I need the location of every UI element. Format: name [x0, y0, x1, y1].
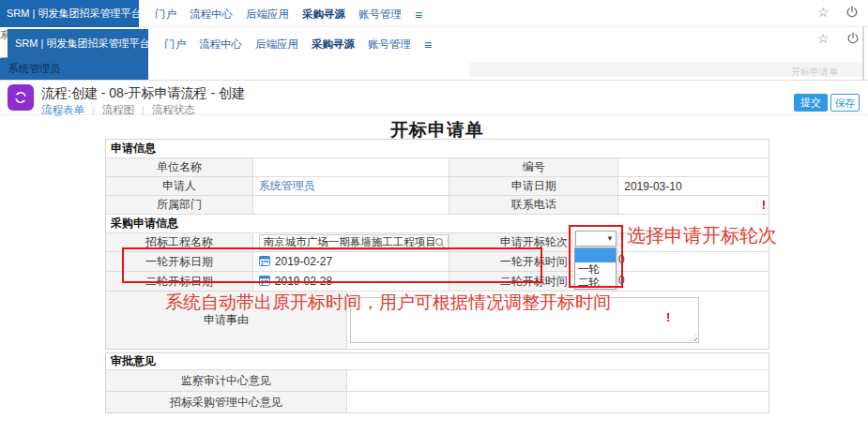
applicant-value[interactable]: 系统管理员	[253, 177, 450, 195]
unit-name-value[interactable]	[253, 158, 450, 176]
phone-label: 联系电话	[449, 196, 618, 214]
approval-table: 审批意见 监察审计中心意见 招标采购管理中心意见	[105, 352, 769, 413]
project-name-label: 招标工程名称	[106, 233, 253, 251]
submit-button[interactable]: 提交	[794, 94, 828, 112]
app-brand-back: SRM | 明发集团招采管理平台	[0, 0, 139, 27]
top-nav-back: 门户 流程中心 后端应用 采购寻源 账号管理 ≡	[155, 7, 422, 22]
faded-background-text: 开标申请单	[791, 66, 838, 79]
project-name-input[interactable]: 南京城市广场一期幕墙施工工程项目	[259, 234, 449, 250]
calendar-icon[interactable]	[259, 255, 270, 269]
annotation-auto-time: 系统自动带出原开标时间，用户可根据情况调整开标时间	[165, 291, 611, 315]
nav-portal[interactable]: 门户	[155, 7, 176, 22]
table-row: 招标采购管理中心意见	[106, 392, 769, 412]
nav-procurement-sourcing[interactable]: 采购寻源	[312, 37, 355, 52]
dropdown-option-blank[interactable]	[575, 248, 616, 262]
dialog-header-divider	[0, 114, 868, 115]
hamburger-menu-icon[interactable]: ≡	[424, 39, 432, 51]
audit-center-value	[347, 370, 769, 391]
table-row: 一轮开标日期 2019-02-27 一轮开标时间	[106, 252, 769, 272]
bid-mgmt-center-label: 招标采购管理中心意见	[106, 392, 347, 412]
save-button[interactable]: 保存	[830, 94, 860, 112]
required-mark: !	[762, 198, 766, 212]
unit-name-label: 单位名称	[106, 158, 253, 176]
apply-date-label: 申请日期	[449, 177, 618, 195]
process-dialog: 流程:创建 - 08-开标申请流程 - 创建 流程表单 | 流程图 | 流程状态…	[0, 80, 868, 434]
section-apply-info: 申请信息	[106, 140, 769, 158]
project-name-cell: 南京城市广场一期幕墙施工工程项目	[253, 233, 450, 251]
round2-date-cell[interactable]: 2019-02-28	[253, 272, 450, 291]
number-label: 编号	[449, 158, 618, 176]
top-nav-front: 门户 流程中心 后端应用 采购寻源 账号管理 ≡	[164, 37, 432, 52]
audit-center-label: 监察审计中心意见	[106, 370, 347, 391]
department-label: 所属部门	[106, 196, 253, 214]
dialog-title: 流程:创建 - 08-开标申请流程 - 创建	[41, 85, 245, 102]
nav-account-management[interactable]: 账号管理	[368, 37, 411, 52]
applicant-label: 申请人	[106, 177, 253, 195]
bid-mgmt-center-value	[347, 392, 769, 412]
logout-power-icon[interactable]	[846, 32, 860, 49]
round2-time-cell[interactable]	[618, 272, 769, 291]
round1-time-cell[interactable]	[618, 252, 769, 271]
table-row: 二轮开标日期 2019-02-28 二轮开标时间	[106, 272, 769, 292]
search-icon[interactable]	[434, 237, 446, 250]
phone-value[interactable]: !	[618, 196, 769, 214]
number-value[interactable]	[618, 158, 769, 176]
round2-time-visible-fragment: 0	[618, 274, 625, 287]
resize-handle[interactable]	[690, 334, 697, 341]
hamburger-menu-icon[interactable]: ≡	[415, 9, 422, 21]
table-row: 申请人 系统管理员 申请日期 2019-03-10	[106, 177, 769, 196]
calendar-icon[interactable]	[259, 275, 270, 289]
round1-time-visible-fragment: 0	[618, 253, 625, 266]
nav-process-center[interactable]: 流程中心	[190, 7, 233, 22]
apply-date-value: 2019-03-10	[618, 177, 769, 195]
chevron-down-icon: ▼	[606, 234, 614, 243]
annotation-select-round: 选择申请开标轮次	[627, 223, 777, 248]
nav-portal[interactable]: 门户	[164, 37, 186, 52]
process-cycle-icon	[8, 84, 34, 111]
required-mark: !	[620, 230, 624, 244]
round1-date-label: 一轮开标日期	[106, 252, 253, 271]
nav-process-center[interactable]: 流程中心	[199, 37, 242, 52]
scrollbar[interactable]	[862, 27, 864, 80]
required-mark: !	[666, 310, 670, 324]
table-row: 所属部门 联系电话 !	[106, 196, 769, 215]
round2-date-label: 二轮开标日期	[106, 272, 253, 291]
project-name-text: 南京城市广场一期幕墙施工工程项目	[264, 235, 436, 249]
favorite-star-icon[interactable]: ☆	[817, 31, 830, 46]
logout-power-icon[interactable]	[845, 6, 859, 22]
table-row: 监察审计中心意见	[106, 370, 769, 392]
round-dropdown-list: 一轮 二轮	[574, 247, 617, 290]
round1-date-cell[interactable]: 2019-02-27	[253, 252, 450, 271]
round-select[interactable]: ▼	[575, 231, 617, 247]
nav-account-management[interactable]: 账号管理	[358, 7, 402, 22]
table-row: 单位名称 编号	[106, 158, 769, 177]
round1-date-value: 2019-02-27	[275, 255, 332, 268]
nav-backend-apps[interactable]: 后端应用	[255, 37, 298, 52]
department-value[interactable]	[253, 196, 450, 214]
screen: SRM | 明发集团招采管理平台 门户 流程中心 后端应用 采购寻源 账号管理 …	[0, 0, 868, 434]
app-brand-front: SRM | 明发集团招采管理平台	[8, 29, 148, 58]
nav-backend-apps[interactable]: 后端应用	[246, 7, 289, 22]
current-user-label: 系统管理员	[8, 62, 60, 76]
back-window-topbar: SRM | 明发集团招采管理平台 门户 流程中心 后端应用 采购寻源 账号管理 …	[0, 0, 868, 27]
dropdown-option-round1[interactable]: 一轮	[575, 262, 616, 276]
section-approval: 审批意见	[106, 353, 769, 370]
nav-procurement-sourcing[interactable]: 采购寻源	[302, 7, 345, 22]
favorite-star-icon[interactable]: ☆	[817, 5, 830, 20]
dropdown-option-round2[interactable]: 二轮	[575, 276, 616, 289]
round2-date-value: 2019-02-28	[275, 275, 332, 288]
